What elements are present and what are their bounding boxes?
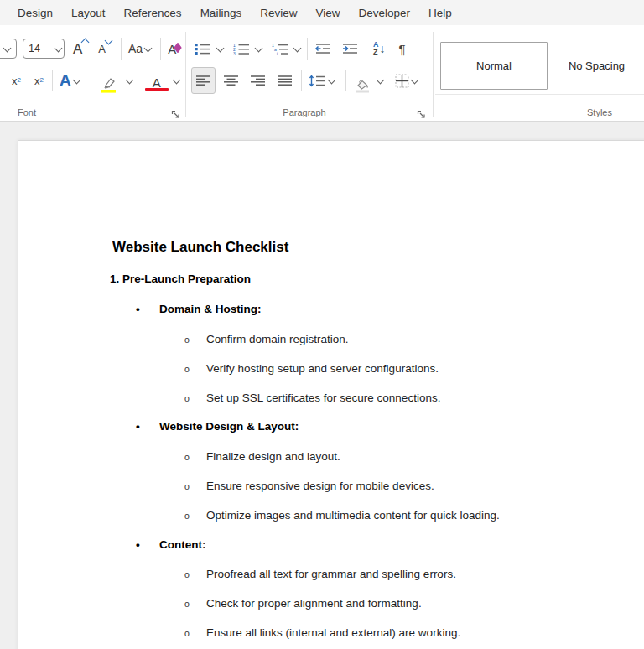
tab-help[interactable]: Help: [419, 0, 461, 25]
tab-review[interactable]: Review: [251, 0, 306, 25]
clear-formatting-button[interactable]: A: [164, 36, 184, 61]
grow-font-button[interactable]: A: [70, 36, 91, 61]
increase-indent-icon: [341, 43, 359, 55]
font-color-bar: [145, 88, 169, 91]
numbered-list-button[interactable]: 1 2 3: [230, 36, 253, 61]
tab-mailings[interactable]: Mailings: [191, 0, 252, 25]
list-item: oCheck for proper alignment and formatti…: [184, 597, 422, 610]
chevron-down-icon: [72, 75, 80, 84]
highlighter-icon: [99, 76, 117, 93]
shading-button[interactable]: [350, 68, 375, 93]
circle-marker: o: [184, 393, 206, 403]
style-no-spacing-label: No Spacing: [569, 60, 625, 72]
style-no-spacing[interactable]: No Spacing: [549, 42, 644, 90]
list-item: •Domain & Hosting:: [136, 303, 262, 315]
caret-down-icon: [105, 37, 113, 45]
divider: [392, 38, 392, 60]
show-hide-marks-button[interactable]: ¶: [396, 36, 409, 61]
justify-button[interactable]: [273, 68, 296, 93]
ribbon: 14 A A Aa A x2: [0, 25, 644, 122]
chevron-down-icon: [328, 75, 336, 84]
circle-marker: o: [184, 481, 206, 491]
tab-view[interactable]: View: [306, 0, 349, 25]
pilcrow-icon: ¶: [399, 42, 406, 56]
group-divider: [185, 32, 186, 117]
list-item: oOptimize images and multimedia content …: [184, 509, 500, 522]
align-left-icon: [195, 75, 211, 86]
tab-developer[interactable]: Developer: [349, 0, 419, 25]
group-divider: [433, 32, 434, 117]
circle-marker: o: [184, 511, 206, 521]
circle-marker: o: [184, 335, 206, 345]
font-size-combo[interactable]: 14: [23, 39, 65, 59]
list-item: •Content:: [136, 538, 205, 551]
align-center-button[interactable]: [220, 68, 242, 93]
chevron-down-icon[interactable]: [216, 44, 225, 52]
decrease-indent-icon: [314, 43, 332, 55]
paint-bucket-icon: [353, 78, 371, 93]
divider: [121, 38, 122, 60]
chevron-down-icon: [3, 44, 12, 52]
superscript-button[interactable]: x2: [31, 68, 47, 93]
bullet-list-button[interactable]: [191, 36, 215, 61]
sort-icon: A Z ↓: [373, 41, 386, 56]
list-item: oSet up SSL certificates for secure conn…: [184, 392, 440, 404]
document-canvas: Website Launch Checklist 1. Pre-Launch P…: [0, 122, 644, 649]
borders-icon: [395, 74, 409, 88]
list-item: oEnsure responsive design for mobile dev…: [184, 480, 434, 492]
chevron-down-icon: [411, 75, 419, 84]
chevron-down-icon: [144, 44, 153, 52]
chevron-down-icon[interactable]: [293, 44, 302, 52]
line-spacing-button[interactable]: [305, 68, 340, 93]
multilevel-list-button[interactable]: 1 a i: [268, 36, 292, 61]
shrink-font-button[interactable]: A: [95, 36, 115, 61]
font-dialog-launcher[interactable]: [170, 108, 181, 119]
divider: [160, 38, 161, 60]
chevron-down-icon[interactable]: [255, 44, 263, 52]
doc-section-heading: 1. Pre-Launch Preparation: [110, 273, 251, 285]
word-window: Design Layout References Mailings Review…: [0, 0, 644, 649]
subscript-button[interactable]: x2: [8, 68, 24, 93]
styles-gallery-divider: [435, 94, 644, 95]
font-color-button[interactable]: A: [143, 68, 171, 93]
style-normal[interactable]: Normal: [440, 42, 548, 90]
chevron-down-icon[interactable]: [377, 75, 385, 84]
bullet-marker: •: [136, 538, 159, 551]
highlight-color-button[interactable]: [92, 68, 124, 93]
align-center-icon: [223, 75, 239, 86]
tab-design[interactable]: Design: [8, 0, 62, 25]
circle-marker: o: [184, 569, 206, 579]
text-effects-icon: A: [60, 71, 71, 90]
numbered-list-icon: 1 2 3: [233, 43, 250, 55]
tab-references[interactable]: References: [115, 0, 191, 25]
bullet-marker: •: [136, 303, 159, 315]
list-item: oConfirm domain registration.: [184, 333, 349, 345]
decrease-indent-button[interactable]: [311, 36, 335, 61]
text-effects-button[interactable]: A: [56, 68, 86, 93]
chevron-down-icon[interactable]: [172, 75, 180, 84]
bullet-marker: •: [136, 420, 159, 433]
list-item: oFinalize design and layout.: [184, 450, 340, 463]
svg-text:i: i: [277, 51, 278, 55]
divider: [52, 70, 53, 91]
tab-layout[interactable]: Layout: [62, 0, 115, 25]
borders-button[interactable]: [392, 68, 423, 93]
ribbon-tab-bar: Design Layout References Mailings Review…: [0, 0, 644, 25]
chevron-down-icon[interactable]: [125, 75, 133, 84]
align-right-button[interactable]: [247, 68, 269, 93]
align-left-button[interactable]: [191, 67, 216, 94]
font-name-combo[interactable]: [0, 39, 17, 59]
paragraph-dialog-launcher[interactable]: [416, 108, 427, 119]
doc-title: Website Launch Checklist: [112, 239, 288, 256]
divider: [345, 70, 346, 91]
style-normal-label: Normal: [476, 60, 512, 72]
paragraph-group-label: Paragraph: [191, 107, 418, 117]
align-right-icon: [250, 75, 266, 86]
document-page[interactable]: Website Launch Checklist 1. Pre-Launch P…: [18, 140, 644, 649]
increase-indent-button[interactable]: [338, 36, 362, 61]
justify-icon: [277, 75, 293, 86]
sort-button[interactable]: A Z ↓: [370, 36, 389, 61]
change-case-icon: Aa: [128, 43, 143, 55]
change-case-button[interactable]: Aa: [125, 36, 157, 61]
circle-marker: o: [184, 452, 206, 462]
